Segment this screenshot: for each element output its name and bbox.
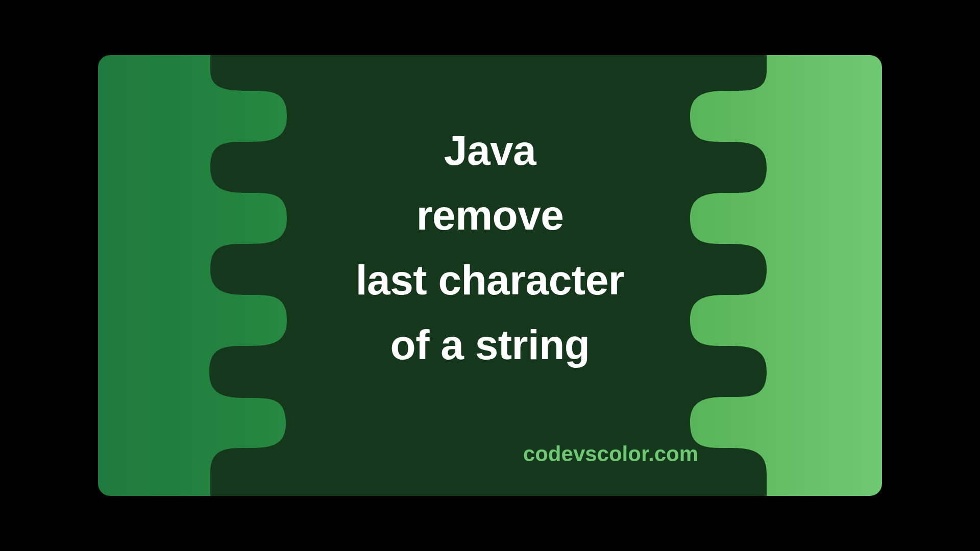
title-line-1: Java [444,118,536,183]
feature-card: Java remove last character of a string c… [98,55,882,496]
title-line-3: last character [356,247,624,312]
footer-text: codevscolor.com [523,442,698,466]
title-line-4: of a string [390,312,590,377]
title-container: Java remove last character of a string [98,55,882,496]
title-line-2: remove [416,183,564,247]
